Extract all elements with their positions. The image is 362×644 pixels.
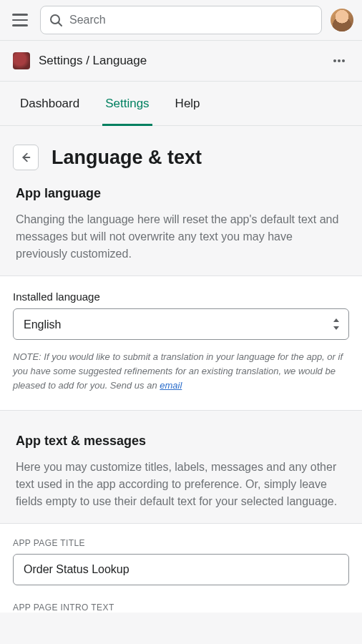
label-installed-language: Installed language [13, 291, 349, 303]
label-app-page-title: APP PAGE TITLE [13, 538, 349, 548]
more-actions-button[interactable] [329, 51, 349, 71]
note-installed-language: NOTE: If you would like to submit a tran… [13, 350, 349, 393]
svg-point-2 [333, 59, 336, 62]
card-installed-language: Installed language English NOTE: If you … [0, 275, 362, 411]
search-icon [49, 13, 63, 27]
arrow-left-icon [19, 151, 32, 164]
select-wrap-installed-language: English [13, 308, 349, 340]
label-app-page-intro-text: APP PAGE INTRO TEXT [13, 602, 349, 613]
page-title: Language & text [52, 147, 202, 169]
top-bar [0, 0, 362, 40]
search-field-wrap [40, 6, 322, 34]
card-app-text-fields: APP PAGE TITLE APP PAGE INTRO TEXT [0, 523, 362, 613]
tab-help[interactable]: Help [175, 82, 200, 126]
section-title-app-language: App language [16, 186, 346, 201]
section-title-app-text: App text & messages [16, 434, 346, 449]
section-app-language-head: App language Changing the language here … [0, 186, 362, 275]
svg-point-3 [338, 59, 341, 62]
back-button[interactable] [13, 145, 39, 170]
avatar[interactable] [331, 9, 353, 31]
tab-settings[interactable]: Settings [105, 82, 149, 126]
section-desc-app-language: Changing the language here will reset th… [16, 211, 346, 263]
hamburger-menu-icon[interactable] [9, 9, 31, 31]
more-horizontal-icon [332, 54, 346, 68]
svg-point-0 [51, 15, 59, 24]
email-link[interactable]: email [160, 380, 182, 391]
section-desc-app-text: Here you may customize titles, labels, m… [16, 459, 346, 510]
app-icon [13, 52, 30, 69]
input-app-page-title[interactable] [13, 554, 349, 585]
field-app-page-title: APP PAGE TITLE [13, 538, 349, 585]
tabs: Dashboard Settings Help [0, 82, 362, 126]
page-header: Language & text [0, 126, 362, 186]
breadcrumb: Settings / Language [39, 54, 321, 68]
breadcrumb-bar: Settings / Language [0, 40, 362, 82]
tab-dashboard[interactable]: Dashboard [20, 82, 79, 126]
field-app-page-intro-text: APP PAGE INTRO TEXT [13, 602, 349, 613]
section-app-text-head: App text & messages Here you may customi… [0, 434, 362, 523]
search-input[interactable] [40, 6, 322, 34]
svg-line-1 [59, 23, 62, 26]
svg-point-4 [342, 59, 345, 62]
select-installed-language[interactable]: English [13, 308, 349, 340]
